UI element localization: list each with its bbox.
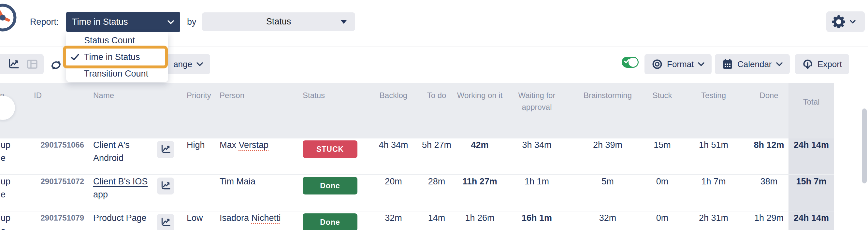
time-testing: 1h 7m [678,175,749,211]
report-type-dropdown[interactable]: Time in Status [66,12,180,32]
status-badge[interactable]: Done [303,213,358,230]
time-working-on-it: 1h 26m [455,211,505,230]
line-chart-icon [161,144,170,154]
col-done[interactable]: Done [749,83,788,138]
col-priority[interactable]: Priority [178,83,215,138]
format-label: Format [667,59,694,69]
status-cell: Done [295,211,368,230]
person: Isadora Nichetti [215,211,295,230]
time-stuck: 0m [647,175,678,211]
time-working-on-it: 11h 27m [455,175,505,211]
check-icon [70,53,80,61]
issue-name[interactable]: Client A's Android [88,138,153,175]
time-done: 38m [749,175,788,211]
view-switcher [0,54,44,74]
triangle-down-icon [341,20,347,24]
menu-item-status-count[interactable]: Status Count [66,32,168,49]
col-chart [153,83,178,138]
total-time: 24h 14m [788,138,834,175]
open-chart-button[interactable] [157,177,174,195]
export-download-icon [802,59,813,70]
col-testing[interactable]: Testing [678,83,749,138]
format-button[interactable]: Format [645,54,712,74]
vertical-scrollbar-thumb[interactable] [862,108,867,184]
chevron-down-icon [850,20,856,24]
time-in-status-report-app: Report: Time in Status by Status [0,0,868,230]
col-todo[interactable]: To do [419,83,455,138]
time-backlog: 32m [368,211,419,230]
time-brainstorming: 32m [568,211,647,230]
status-cell: Done [295,175,368,211]
by-field-dropdown[interactable]: Status [202,12,355,31]
time-backlog: 20m [368,175,419,211]
refresh-icon[interactable] [50,59,63,72]
col-name[interactable]: Name [88,83,153,138]
open-chart-button[interactable] [157,141,174,158]
report-type-value: Time in Status [72,17,167,27]
chevron-down-icon [196,62,203,66]
gear-icon [832,15,845,28]
clock-logo-icon [0,2,19,35]
time-backlog: 4h 34m [368,138,419,175]
line-chart-icon [161,217,170,227]
calendar-button[interactable]: Calendar [715,54,790,74]
col-status[interactable]: Status [295,83,368,138]
time-waiting-for-approval: 3h 34m [505,138,568,175]
menu-item-time-in-status[interactable]: Time in Status [66,49,168,65]
format-target-icon [652,59,663,70]
board-view-icon[interactable] [27,59,38,69]
issue-name[interactable]: Product Page [88,211,153,230]
time-working-on-it: 42m [455,138,505,175]
time-waiting-for-approval: 16h 1m [505,211,568,230]
time-stuck: 0m [647,211,678,230]
table-row: upe 2901751066 Client A's Android [0,138,834,175]
priority: High [178,138,215,175]
table-row: upe 2901751072 Client B's IOS app [0,175,834,211]
status-badge[interactable]: Done [303,177,358,195]
col-working-on-it[interactable]: Working on it [455,83,505,138]
total-time: 15h 7m [788,175,834,211]
table-header-row: n ID Name Priority Person Status Backlog… [0,83,834,138]
date-range-label-fragment: ange [173,59,192,69]
chevron-down-icon [776,62,783,66]
line-chart-view-icon[interactable] [8,59,19,69]
open-chart-button[interactable] [157,214,174,230]
line-chart-icon [161,181,170,191]
export-label: Export [817,59,842,69]
chart-cell [153,211,178,230]
report-type-menu: Status Count Time in Status Transition C… [66,32,168,82]
col-waiting-for-approval[interactable]: Waiting for approval [505,83,568,138]
by-label: by [187,12,196,32]
time-testing: 1h 51m [678,138,749,175]
calendar-label: Calendar [737,59,772,69]
total-time: 24h 14m [788,211,834,230]
col-id[interactable]: ID [13,83,88,138]
col-backlog[interactable]: Backlog [368,83,419,138]
menu-item-transition-count[interactable]: Transition Count [66,65,168,82]
settings-button[interactable] [826,11,865,32]
col-person[interactable]: Person [215,83,295,138]
issue-id: 2901751066 [13,138,88,175]
calendar-icon [722,59,733,70]
col-total[interactable]: Total [788,83,834,138]
auto-refresh-toggle[interactable] [622,57,639,68]
issue-id: 2901751079 [13,211,88,230]
chart-cell [153,138,178,175]
time-stuck: 15m [647,138,678,175]
chevron-down-icon [698,62,705,66]
export-button[interactable]: Export [795,54,849,74]
chart-cell [153,175,178,211]
clipped-cell: upe [0,211,13,230]
time-todo: 14m [419,211,455,230]
col-brainstorming[interactable]: Brainstorming [568,83,647,138]
time-done: 1h 29m [749,211,788,230]
status-badge[interactable]: STUCK [303,140,358,158]
time-todo: 5h 27m [419,138,455,175]
priority [178,175,215,211]
person: Max Verstap [215,138,295,175]
col-stuck[interactable]: Stuck [647,83,678,138]
issue-name[interactable]: Client B's IOS app [88,175,153,211]
clipped-cell: upe [0,175,13,211]
table-row: upe 2901751079 Product Page [0,211,834,230]
person: Tim Maia [215,175,295,211]
